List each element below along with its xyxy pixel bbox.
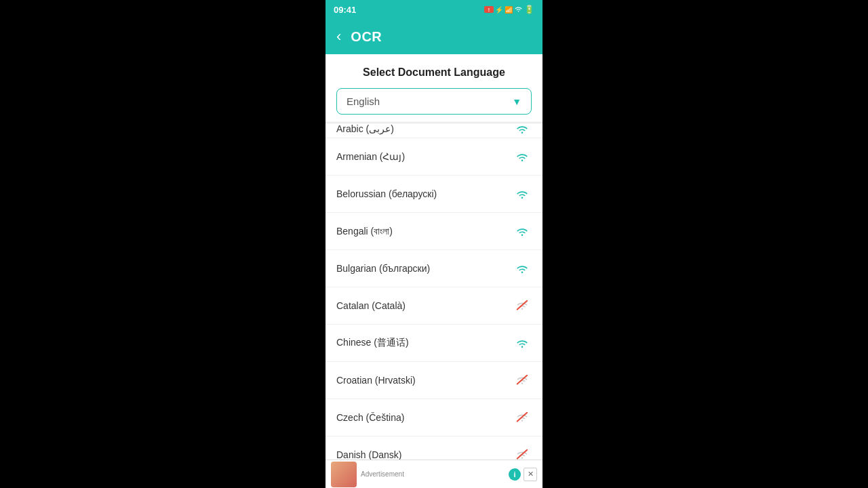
stream-icon: ⚡ <box>495 6 503 14</box>
list-item-partial[interactable]: Arabic (عربى) <box>326 123 542 138</box>
list-item-label: Chinese (普通话) <box>336 337 409 349</box>
download-available-icon <box>513 147 532 166</box>
status-right-icons: ! ⚡ 📶 🔋 <box>484 5 534 14</box>
page-title: Select Document Language <box>336 66 532 79</box>
main-content: Select Document Language English ▼ Arabi… <box>326 54 542 488</box>
list-item[interactable]: Czech (Čeština) <box>326 399 542 436</box>
list-item[interactable]: Bulgarian (български) <box>326 250 542 287</box>
list-item[interactable]: Bengali (বাংলা) <box>326 213 542 250</box>
status-time: 09:41 <box>334 5 356 15</box>
toolbar: ‹ OCR <box>326 19 542 54</box>
list-item[interactable]: Armenian (Հայ) <box>326 138 542 176</box>
notification-icon: ! <box>484 6 494 13</box>
language-select-box[interactable]: English ▼ <box>336 88 532 115</box>
list-item-label: Belorussian (беларускi) <box>336 188 437 199</box>
list-item-label: Bulgarian (български) <box>336 263 430 274</box>
list-item-label: Czech (Čeština) <box>336 412 404 423</box>
ad-text: Advertisement <box>361 470 505 478</box>
download-unavailable-icon <box>513 445 532 460</box>
download-unavailable-icon <box>513 408 532 427</box>
status-bar: 09:41 ! ⚡ 📶 🔋 <box>326 0 542 19</box>
download-available-icon <box>513 184 532 203</box>
toolbar-title: OCR <box>351 29 382 45</box>
ad-info-icon[interactable]: i <box>509 468 521 481</box>
list-item-label: Croatian (Hrvatski) <box>336 375 416 386</box>
page-title-section: Select Document Language English ▼ <box>326 54 542 121</box>
signal-icon: 📶 <box>505 6 513 14</box>
list-item-label: Arabic (عربى) <box>336 123 394 134</box>
language-dropdown-list[interactable]: Arabic (عربى) Armenian (Հայ) Belor <box>326 123 542 460</box>
list-item-label: Armenian (Հայ) <box>336 151 405 162</box>
selected-language-value: English <box>347 96 380 107</box>
download-unavailable-icon <box>513 296 532 315</box>
download-available-icon <box>513 259 532 278</box>
back-button[interactable]: ‹ <box>334 25 344 48</box>
list-item-label: Catalan (Català) <box>336 300 406 311</box>
phone-frame: 09:41 ! ⚡ 📶 🔋 ‹ OCR S <box>326 0 542 488</box>
download-unavailable-icon <box>513 371 532 390</box>
list-item[interactable]: Chinese (普通话) <box>326 325 542 362</box>
download-available-icon <box>513 333 532 352</box>
ad-close-button[interactable]: ✕ <box>524 468 537 481</box>
list-item[interactable]: Belorussian (беларускi) <box>326 176 542 213</box>
list-item-label: Danish (Dansk) <box>336 449 401 460</box>
ad-banner: Advertisement i ✕ <box>326 460 542 488</box>
wifi-status-icon <box>514 5 523 14</box>
download-available-icon <box>513 222 532 241</box>
list-item[interactable]: Danish (Dansk) <box>326 436 542 460</box>
ad-content: Advertisement <box>357 470 509 478</box>
list-item[interactable]: Catalan (Català) <box>326 287 542 325</box>
download-available-icon <box>513 123 532 138</box>
list-item[interactable]: Croatian (Hrvatski) <box>326 362 542 399</box>
list-item-label: Bengali (বাংলা) <box>336 226 393 237</box>
dropdown-arrow-icon: ▼ <box>512 96 521 107</box>
ad-thumbnail <box>331 462 357 487</box>
battery-icon: 🔋 <box>524 5 534 14</box>
